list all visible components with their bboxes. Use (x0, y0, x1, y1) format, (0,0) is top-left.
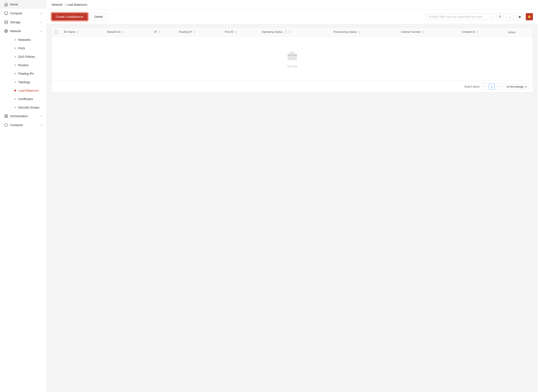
sidebar-item-ports[interactable]: Ports (10, 44, 46, 52)
breadcrumb-network[interactable]: Network (52, 3, 62, 6)
search-box: ⌕ (426, 14, 494, 20)
sidebar-item-routers[interactable]: Routers (10, 61, 46, 69)
items-per-page-chevron: ∨ (525, 85, 527, 88)
sidebar-item-orchestration[interactable]: Orchestration ∨ (0, 112, 46, 121)
items-per-page-selector[interactable]: 10 items/page ∨ (504, 84, 529, 89)
operating-status-help-icon[interactable]: ? (284, 30, 287, 34)
col-port-id: Port ID ▲▼ (222, 28, 259, 37)
sidebar-item-certificates[interactable]: Certificates (10, 95, 46, 103)
floating-ips-dot (14, 73, 16, 75)
sidebar-item-qos-policies[interactable]: QoS Policies (10, 52, 46, 61)
breadcrumb-current: Load Balancers (67, 3, 87, 6)
svg-rect-12 (5, 117, 6, 118)
sidebar-item-topology[interactable]: Topology (10, 78, 46, 86)
no-data-cell: No Data (52, 37, 533, 81)
sidebar-item-orchestration-label: Orchestration (10, 114, 28, 118)
col-action: Action (505, 28, 533, 37)
sidebar-item-network-label: Network (10, 29, 21, 33)
sidebar: Home Compute ∨ Storage ∨ Network ∧ Netwo… (0, 0, 46, 392)
table-header: ID/ Name ▲▼ Network ID ▲▼ IP ▲▼ Floati (52, 28, 533, 37)
networks-label: Networks (18, 38, 30, 42)
table-body: No Data (52, 37, 533, 81)
networks-dot (14, 39, 16, 41)
floating-ip-sort-icon[interactable]: ▲▼ (194, 30, 195, 34)
col-provisioning-status: Provisioning Status ▲▼ (330, 28, 398, 37)
sidebar-item-storage-label: Storage (10, 20, 20, 24)
no-data-row: No Data (52, 37, 533, 81)
prev-page-button[interactable]: ‹ (481, 84, 487, 89)
qos-label: QoS Policies (18, 55, 35, 58)
create-loadbalancer-button[interactable]: Create Loadbalancer (52, 13, 88, 20)
sidebar-item-security-groups[interactable]: Security Groups (10, 103, 46, 112)
col-ip: IP ▲▼ (151, 28, 176, 37)
next-page-button[interactable]: › (496, 84, 502, 89)
search-icon: ⌕ (490, 15, 492, 19)
search-input[interactable] (429, 15, 488, 19)
total-items: Total 0 items (464, 85, 479, 88)
sidebar-item-home[interactable]: Home (0, 0, 46, 9)
topology-label: Topology (18, 80, 30, 84)
view-button[interactable]: ◉ (516, 13, 523, 20)
certificates-label: Certificates (18, 97, 33, 101)
download-button[interactable]: ↓ (506, 13, 514, 20)
compute-icon (4, 11, 8, 15)
breadcrumb-separator: / (64, 3, 65, 6)
created-at-sort-icon[interactable]: ▲▼ (477, 30, 478, 34)
col-floating-ip: Floating IP ▲▼ (176, 28, 222, 37)
col-listener-number: Listener Number ▲▼ (398, 28, 459, 37)
load-balancers-dot (14, 90, 16, 91)
no-data-icon (286, 50, 299, 62)
sidebar-item-networks[interactable]: Networks (10, 36, 46, 44)
provisioning-status-sort-icon[interactable]: ▲▼ (358, 30, 360, 34)
table-container: ID/ Name ▲▼ Network ID ▲▼ IP ▲▼ Floati (46, 24, 538, 392)
qos-dot (14, 56, 16, 57)
topology-dot (14, 81, 16, 83)
routers-label: Routers (18, 63, 28, 67)
network-icon (4, 29, 8, 33)
port-id-sort-icon[interactable]: ▲▼ (235, 30, 237, 34)
ports-dot (14, 47, 16, 49)
storage-chevron: ∨ (40, 21, 42, 24)
select-all-checkbox[interactable] (55, 30, 58, 33)
no-data-content: No Data (56, 50, 529, 68)
svg-rect-11 (7, 117, 8, 118)
floating-ips-label: Floating IPs (18, 72, 34, 75)
items-per-page-label: 10 items/page (506, 85, 524, 88)
sidebar-item-container[interactable]: Container ∨ (0, 121, 46, 130)
ports-label: Ports (18, 47, 25, 50)
sidebar-item-network[interactable]: Network ∧ (0, 27, 46, 36)
network-id-sort-icon[interactable]: ▲▼ (122, 30, 124, 34)
container-icon (4, 123, 8, 127)
col-id-name: ID/ Name ▲▼ (61, 28, 104, 37)
orchestration-icon (4, 114, 8, 118)
operating-status-sort-icon[interactable]: ▲▼ (289, 30, 291, 34)
toolbar: Create Loadbalancer Delete ⌕ ↻ ↓ ◉ 🔔 (46, 9, 538, 24)
sidebar-item-floating-ips[interactable]: Floating IPs (10, 69, 46, 78)
notifications-button[interactable]: 🔔 (526, 13, 533, 20)
home-icon (4, 3, 8, 6)
sidebar-item-storage[interactable]: Storage ∨ (0, 18, 46, 27)
sidebar-item-container-label: Container (10, 123, 23, 127)
sidebar-item-compute[interactable]: Compute ∨ (0, 9, 46, 18)
ip-sort-icon[interactable]: ▲▼ (158, 30, 160, 34)
refresh-icon: ↻ (499, 15, 502, 19)
network-submenu: Networks Ports QoS Policies Routers Floa… (0, 36, 46, 112)
sidebar-item-load-balancers[interactable]: Load Balancers (10, 86, 46, 95)
load-balancers-label: Load Balancers (18, 89, 39, 92)
listener-number-sort-icon[interactable]: ▲▼ (423, 30, 425, 34)
id-sort-icon[interactable]: ▲▼ (77, 30, 79, 34)
current-page: 1 (489, 84, 495, 89)
no-data-label: No Data (287, 65, 297, 68)
eye-icon: ◉ (518, 15, 521, 19)
security-groups-label: Security Groups (18, 106, 39, 109)
col-created-at: Created At ▲▼ (459, 28, 505, 37)
delete-button[interactable]: Delete (90, 13, 107, 20)
svg-rect-0 (5, 12, 8, 14)
refresh-button[interactable]: ↻ (496, 13, 504, 20)
routers-dot (14, 64, 16, 66)
col-operating-status: Operating Status ? ▲▼ (259, 28, 330, 37)
svg-rect-10 (7, 115, 8, 116)
orchestration-chevron: ∨ (40, 115, 42, 118)
breadcrumb: Network / Load Balancers (46, 0, 538, 9)
sidebar-item-compute-label: Compute (10, 12, 22, 15)
